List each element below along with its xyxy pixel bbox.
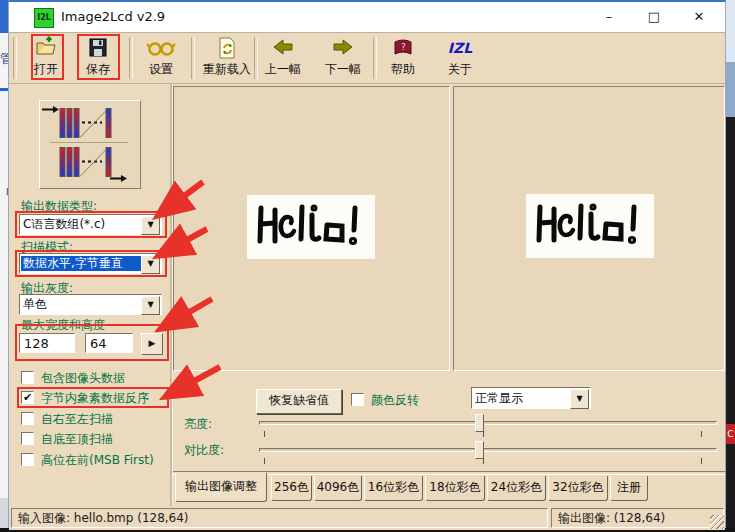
toolbar-separator bbox=[129, 37, 133, 79]
display-mode-dropdown[interactable]: 正常显示 ▼ bbox=[471, 387, 591, 409]
tab-16bit-color[interactable]: 16位彩色 bbox=[364, 476, 423, 501]
glasses-icon bbox=[138, 36, 184, 60]
color-invert-label: 颜色反转 bbox=[371, 392, 419, 409]
slider-tick bbox=[701, 458, 702, 464]
slider-tick bbox=[483, 458, 484, 464]
help-button[interactable]: ? 帮助 bbox=[380, 35, 426, 80]
floppy-disk-icon bbox=[75, 36, 121, 60]
background-red-badge: C bbox=[726, 424, 735, 444]
save-button-label: 保存 bbox=[75, 61, 121, 78]
checkbox-icon[interactable]: ✔ bbox=[21, 391, 34, 404]
previous-image-button[interactable]: 上一幅 bbox=[260, 35, 306, 80]
chevron-down-icon[interactable]: ▼ bbox=[141, 216, 160, 235]
brightness-label: 亮度: bbox=[184, 416, 212, 433]
output-preview-panel bbox=[453, 86, 725, 371]
output-type-value: C语言数组(*.c) bbox=[23, 217, 142, 232]
tab-24bit-color[interactable]: 24位彩色 bbox=[487, 476, 546, 501]
brightness-slider-thumb[interactable] bbox=[475, 414, 484, 432]
toolbar-separator bbox=[191, 37, 195, 79]
help-book-icon: ? bbox=[380, 36, 426, 60]
izl-logo-icon: IZL bbox=[437, 36, 483, 60]
checkbox-icon[interactable] bbox=[21, 412, 34, 425]
grayscale-dropdown[interactable]: 单色 ▼ bbox=[19, 294, 162, 315]
reload-button[interactable]: 重新载入 bbox=[197, 35, 257, 80]
checkbox-label: 包含图像头数据 bbox=[41, 370, 125, 387]
max-size-label: 最大宽度和高度 bbox=[21, 317, 105, 334]
contrast-slider-thumb[interactable] bbox=[475, 441, 484, 459]
slider-tick bbox=[701, 431, 702, 437]
about-button[interactable]: IZL 关于 bbox=[437, 35, 483, 80]
toolbar-separator bbox=[373, 37, 377, 79]
tab-256-color[interactable]: 256色 bbox=[271, 476, 312, 501]
checkbox-label: 字节内象素数据反序 bbox=[41, 390, 149, 407]
options-panel: 输出数据类型: C语言数组(*.c) ▼ 扫描模式: 数据水平,字节垂直 ▼ 输… bbox=[9, 84, 173, 507]
app-icon: I2L bbox=[34, 8, 54, 28]
checkbox-icon[interactable] bbox=[21, 371, 34, 384]
scan-mode-dropdown[interactable]: 数据水平,字节垂直 ▼ bbox=[19, 253, 162, 274]
max-width-input[interactable] bbox=[19, 333, 75, 353]
tab-32bit-color[interactable]: 32位彩色 bbox=[548, 476, 608, 501]
open-button-label: 打开 bbox=[23, 61, 69, 78]
toolbar: 打开 保存 设置 重新载入 bbox=[9, 33, 725, 84]
background-right-mid-sliver bbox=[726, 62, 735, 117]
tab-4096-color[interactable]: 4096色 bbox=[314, 476, 362, 501]
tab-output-image-adjust[interactable]: 输出图像调整 bbox=[175, 473, 267, 502]
previous-button-label: 上一幅 bbox=[260, 61, 306, 78]
settings-button[interactable]: 设置 bbox=[138, 35, 184, 80]
status-input-image: 输入图像: hello.bmp (128,64) bbox=[11, 508, 548, 528]
settings-button-label: 设置 bbox=[138, 61, 184, 78]
output-type-dropdown[interactable]: C语言数组(*.c) ▼ bbox=[19, 214, 162, 235]
checkbox-icon[interactable] bbox=[21, 432, 34, 445]
save-button[interactable]: 保存 bbox=[75, 35, 121, 80]
scan-mode-diagram bbox=[39, 100, 141, 189]
checkbox-label: 自底至顶扫描 bbox=[41, 431, 113, 448]
next-button-label: 下一幅 bbox=[320, 61, 366, 78]
grayscale-value: 单色 bbox=[23, 297, 142, 312]
max-height-input[interactable] bbox=[85, 333, 133, 353]
slider-tick bbox=[264, 431, 265, 437]
toolbar-separator bbox=[13, 37, 17, 79]
tab-register[interactable]: 注册 bbox=[610, 476, 648, 501]
brightness-slider-track[interactable] bbox=[259, 421, 717, 425]
checkbox-label: 高位在前(MSB First) bbox=[41, 452, 154, 469]
checkbox-icon[interactable] bbox=[21, 453, 34, 466]
open-folder-icon bbox=[23, 36, 69, 60]
about-button-label: 关于 bbox=[437, 61, 483, 78]
chevron-down-icon[interactable]: ▼ bbox=[141, 296, 160, 315]
slider-tick bbox=[264, 458, 265, 464]
arrow-left-icon bbox=[260, 36, 306, 60]
maximize-button[interactable]: □ bbox=[639, 4, 669, 30]
titlebar[interactable]: I2L Image2Lcd v2.9 – □ ✕ bbox=[9, 2, 725, 33]
checkbox-label: 自右至左扫描 bbox=[41, 411, 113, 428]
reload-document-icon bbox=[197, 36, 257, 60]
chevron-down-icon[interactable]: ▼ bbox=[141, 255, 160, 274]
minimize-button[interactable]: – bbox=[594, 4, 624, 30]
reload-button-label: 重新载入 bbox=[197, 61, 257, 78]
scan-mode-value: 数据水平,字节垂直 bbox=[21, 256, 142, 271]
window-title: Image2Lcd v2.9 bbox=[61, 9, 165, 24]
close-button[interactable]: ✕ bbox=[684, 4, 714, 30]
arrow-right-icon bbox=[320, 36, 366, 60]
next-image-button[interactable]: 下一幅 bbox=[320, 35, 366, 80]
open-button[interactable]: 打开 bbox=[23, 35, 69, 80]
input-preview-image bbox=[247, 195, 375, 259]
slider-tick bbox=[483, 431, 484, 437]
restore-defaults-button[interactable]: 恢复缺省值 bbox=[256, 389, 342, 414]
status-output-image: 输出图像: (128,64) bbox=[551, 508, 724, 528]
image2lcd-window: I2L Image2Lcd v2.9 – □ ✕ 打开 bbox=[8, 0, 726, 528]
help-button-label: 帮助 bbox=[380, 61, 426, 78]
contrast-label: 对比度: bbox=[184, 442, 224, 459]
resize-grip-icon[interactable] bbox=[710, 515, 724, 529]
tab-18bit-color[interactable]: 18位彩色 bbox=[425, 476, 485, 501]
input-preview-panel bbox=[173, 86, 450, 371]
checkbox-icon[interactable] bbox=[351, 393, 364, 406]
statusbar: 输入图像: hello.bmp (128,64) 输出图像: (128,64) bbox=[9, 506, 725, 530]
svg-text:?: ? bbox=[401, 42, 406, 52]
background-right-top-sliver bbox=[726, 0, 735, 62]
contrast-slider-track[interactable] bbox=[259, 448, 717, 452]
chevron-down-icon[interactable]: ▼ bbox=[570, 389, 589, 409]
output-type-label: 输出数据类型: bbox=[21, 198, 97, 215]
output-preview-image bbox=[526, 194, 654, 258]
size-expand-button[interactable]: ▶ bbox=[141, 333, 163, 355]
display-mode-value: 正常显示 bbox=[475, 391, 571, 406]
